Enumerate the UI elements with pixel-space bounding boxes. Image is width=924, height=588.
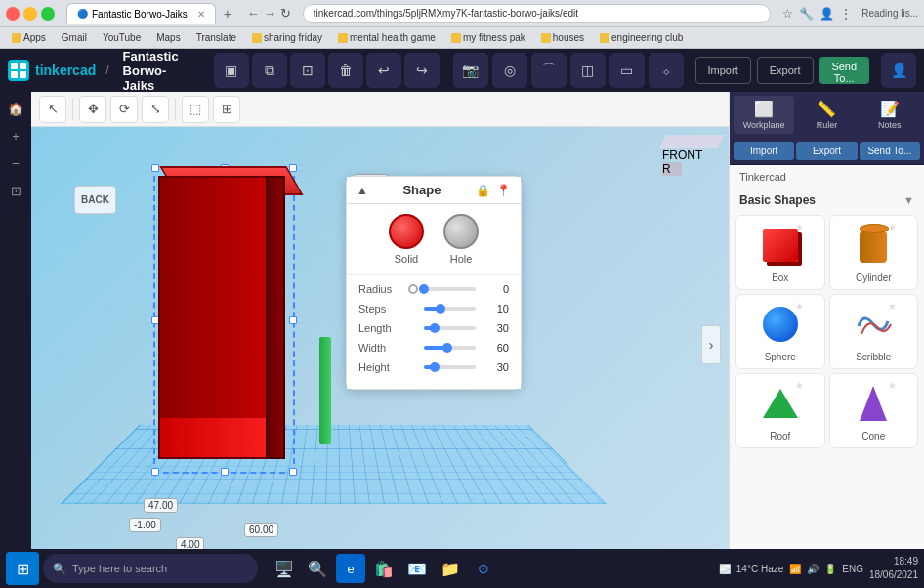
- star-icon[interactable]: ★: [795, 380, 804, 391]
- panel-send-button[interactable]: Send To...: [860, 142, 920, 160]
- bookmark-houses[interactable]: houses: [537, 30, 588, 45]
- shape-item-box[interactable]: ★ Box: [735, 215, 825, 290]
- steps-slider[interactable]: [424, 307, 476, 311]
- taskbar-chrome-icon[interactable]: ⊙: [469, 554, 498, 583]
- sidebar-fit-icon[interactable]: ⊡: [3, 178, 28, 203]
- lock-icon[interactable]: 🔒: [476, 184, 490, 197]
- width-slider[interactable]: [424, 346, 476, 350]
- account-icon[interactable]: 👤: [819, 7, 834, 21]
- new-tab-button[interactable]: +: [218, 3, 237, 24]
- select-mode-button[interactable]: ↖: [39, 96, 66, 123]
- bookmark-maps[interactable]: Maps: [152, 30, 184, 45]
- bookmark-icon[interactable]: ☆: [782, 7, 793, 21]
- star-icon[interactable]: ★: [795, 301, 804, 312]
- steps-thumb[interactable]: [436, 304, 445, 314]
- shape-item-cylinder[interactable]: ★ Cylinder: [829, 215, 919, 290]
- menu-icon[interactable]: ⋮: [840, 7, 852, 21]
- active-tab[interactable]: 🔵 Fantastic Borwo-Jaiks ✕: [66, 3, 216, 24]
- canvas-arrow-button[interactable]: ›: [701, 325, 721, 364]
- shape-item-roof[interactable]: ★ Roof: [735, 373, 825, 448]
- path-tool[interactable]: ⌒: [531, 53, 567, 88]
- move-tool-button[interactable]: ✥: [79, 96, 106, 123]
- mirror-tool[interactable]: ⬦: [649, 53, 684, 88]
- shape-tool-2[interactable]: ◫: [570, 53, 606, 88]
- send-to-button[interactable]: Send To...: [819, 57, 870, 84]
- window-minimize-button[interactable]: [23, 7, 37, 21]
- sidebar-home-icon[interactable]: 🏠: [3, 96, 28, 121]
- bookmark-apps[interactable]: Apps: [8, 30, 50, 45]
- star-icon[interactable]: ★: [888, 380, 897, 391]
- bookmark-gmail[interactable]: Gmail: [58, 30, 91, 45]
- pin-icon[interactable]: 📍: [496, 184, 511, 197]
- export-button[interactable]: Export: [757, 57, 814, 84]
- shape-item-scribble[interactable]: ★ Scribble: [829, 294, 919, 369]
- bookmark-translate[interactable]: Translate: [192, 30, 240, 45]
- red-box-shape[interactable]: [148, 166, 285, 459]
- star-icon[interactable]: ★: [888, 301, 897, 312]
- radius-slider[interactable]: [424, 287, 476, 291]
- camera-tool[interactable]: 📷: [453, 53, 488, 88]
- duplicate-tool[interactable]: ⊡: [290, 53, 325, 88]
- green-post-shape[interactable]: [319, 337, 331, 444]
- group-button[interactable]: ⬚: [182, 96, 209, 123]
- anchor-tool[interactable]: ◎: [492, 53, 527, 88]
- import-button[interactable]: Import: [695, 57, 751, 84]
- main-shape-3d[interactable]: [148, 166, 285, 459]
- handle-mr[interactable]: [289, 316, 297, 324]
- shape-item-cone[interactable]: ★ Cone: [829, 373, 919, 448]
- ungroup-button[interactable]: ⊞: [213, 96, 240, 123]
- solid-button[interactable]: Solid: [389, 214, 424, 265]
- bookmark-sharing-friday[interactable]: sharing friday: [248, 30, 326, 45]
- nav-buttons[interactable]: ← → ↻: [247, 6, 291, 21]
- taskbar-search-bar[interactable]: 🔍 Type here to search: [43, 554, 258, 583]
- height-thumb[interactable]: [430, 362, 440, 372]
- notes-tab[interactable]: 📝 Notes: [860, 96, 920, 134]
- taskbar-files-icon[interactable]: 📁: [436, 554, 465, 583]
- ruler-tool[interactable]: ▭: [609, 53, 645, 88]
- back-nav-button[interactable]: ←: [247, 6, 260, 21]
- extension-icon[interactable]: 🔧: [799, 7, 814, 21]
- chevron-down-icon[interactable]: ▼: [903, 194, 914, 206]
- length-slider[interactable]: [424, 326, 476, 330]
- bookmark-youtube[interactable]: YouTube: [99, 30, 145, 45]
- panel-export-button[interactable]: Export: [796, 142, 857, 160]
- ruler-tab[interactable]: 📏 Ruler: [796, 96, 857, 134]
- radius-thumb[interactable]: [419, 284, 429, 294]
- user-account-icon[interactable]: 👤: [881, 53, 916, 88]
- select-tool[interactable]: ▣: [214, 53, 249, 88]
- taskbar-mail-icon[interactable]: 📧: [402, 554, 432, 583]
- window-maximize-button[interactable]: [41, 7, 55, 21]
- undo-button[interactable]: ↩: [366, 53, 401, 88]
- view-cube[interactable]: FRONT R: [662, 135, 721, 193]
- workplane-tab[interactable]: ⬜ Workplane: [734, 96, 794, 134]
- star-icon[interactable]: ★: [795, 222, 804, 232]
- bookmark-engineering[interactable]: engineering club: [596, 30, 687, 45]
- canvas-area[interactable]: BACK: [31, 127, 729, 563]
- height-slider[interactable]: [424, 365, 476, 369]
- length-thumb[interactable]: [430, 323, 440, 333]
- tab-close-icon[interactable]: ✕: [197, 9, 205, 20]
- window-close-button[interactable]: [6, 7, 20, 21]
- collapse-button[interactable]: ▲: [357, 184, 368, 197]
- panel-import-button[interactable]: Import: [734, 142, 794, 160]
- taskbar-search-icon[interactable]: 🔍: [303, 554, 332, 583]
- taskbar-explorer-icon[interactable]: 🖥️: [270, 554, 299, 583]
- handle-tr[interactable]: [289, 164, 297, 172]
- start-button[interactable]: ⊞: [6, 552, 39, 585]
- delete-tool[interactable]: 🗑: [328, 53, 363, 88]
- forward-nav-button[interactable]: →: [264, 6, 276, 21]
- sidebar-zoom-out-icon[interactable]: −: [3, 150, 28, 176]
- rotate-tool-button[interactable]: ⟳: [110, 96, 138, 123]
- redo-button[interactable]: ↪: [404, 53, 440, 88]
- scale-tool-button[interactable]: ⤡: [142, 96, 169, 123]
- star-icon[interactable]: ★: [888, 222, 897, 232]
- copy-tool[interactable]: ⧉: [252, 53, 287, 88]
- hole-button[interactable]: Hole: [443, 214, 479, 265]
- shape-item-sphere[interactable]: ★ Sphere: [735, 294, 825, 369]
- width-thumb[interactable]: [442, 343, 452, 353]
- refresh-button[interactable]: ↻: [280, 6, 291, 21]
- taskbar-edge-icon[interactable]: e: [336, 554, 365, 583]
- taskbar-store-icon[interactable]: 🛍️: [369, 554, 399, 583]
- sidebar-zoom-in-icon[interactable]: +: [3, 123, 28, 148]
- window-controls[interactable]: [6, 7, 55, 21]
